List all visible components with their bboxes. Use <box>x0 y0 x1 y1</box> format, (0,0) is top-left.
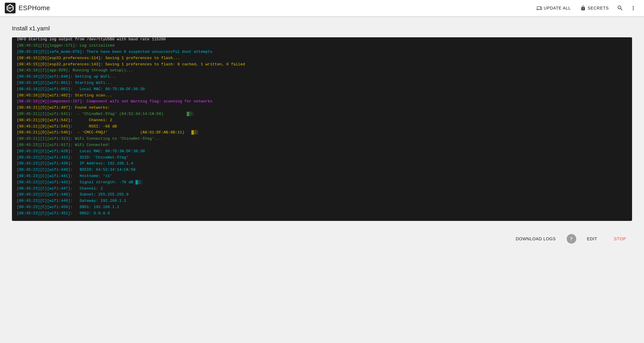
edit-button[interactable]: EDIT <box>581 234 603 244</box>
terminal-line: [08:45:23][C][wifi:451]: DNS2: 0.0.0.0 <box>17 210 627 217</box>
terminal-line: [08:45:16][C][wifi:062]: Local MAC: 80:7… <box>17 86 627 93</box>
more-options-button[interactable] <box>627 2 639 14</box>
update-all-button[interactable]: UPDATE ALL <box>532 4 575 13</box>
terminal-line: [08:45:23][C][wifi:443]: Signal strength… <box>17 179 627 186</box>
terminal-scroll[interactable]: Leaving...Hard resetting via RTS pin...I… <box>12 37 632 221</box>
terminal-line: INFO Starting log output from /dev/ttyUS… <box>17 37 627 43</box>
main-content: Install x1.yaml Leaving...Hard resetting… <box>0 16 644 230</box>
search-button[interactable] <box>614 2 626 14</box>
terminal-container: Leaving...Hard resetting via RTS pin...I… <box>12 37 632 221</box>
terminal-line: [08:45:21][D][wifi:542]: Channel: 2 <box>17 117 627 124</box>
terminal-line: [08:45:21][D][wifi:546]: - 'CMCC-PHQJ' (… <box>17 130 627 136</box>
lock-icon <box>580 5 586 11</box>
terminal-line: [08:45:23][C][wifi:450]: DNS1: 192.168.1… <box>17 204 627 210</box>
bottom-bar: DOWNLOAD LOGS ? EDIT STOP <box>0 230 644 248</box>
download-logs-button[interactable]: DOWNLOAD LOGS <box>510 234 562 244</box>
update-all-label: UPDATE ALL <box>544 6 571 10</box>
terminal-line: [08:45:23][C][wifi:433]: SSID: 'ChinaNet… <box>17 155 627 161</box>
terminal-line: [08:45:15][C][safe_mode:079]: There have… <box>17 49 627 55</box>
terminal-line: [08:45:15][I][logger:171]: Log initializ… <box>17 43 627 49</box>
topnav-actions: UPDATE ALL SECRETS <box>532 2 639 14</box>
terminal-line: [08:45:23][C][wifi:436]: IP Address: 192… <box>17 161 627 167</box>
terminal-line: [08:45:23][C][wifi:428]: Local MAC: 80:7… <box>17 148 627 155</box>
help-button[interactable]: ? <box>567 234 576 244</box>
terminal-line: [08:45:15][D][esp32.preferences:143]: Sa… <box>17 61 627 68</box>
logo[interactable]: ESPHome <box>5 3 50 13</box>
stop-button[interactable]: STOP <box>608 234 632 244</box>
terminal-line: [08:45:23][C][wifi:449]: Gateway: 192.16… <box>17 198 627 204</box>
terminal-line: [08:45:21][D][wifi:497]: Found networks: <box>17 105 627 111</box>
dialog-title: Install x1.yaml <box>12 25 632 32</box>
terminal-line: [08:45:16][W][component:157]: Component … <box>17 99 627 105</box>
terminal-line: [08:45:23][I][wifi:617]: WiFi Connected! <box>17 142 627 148</box>
esphome-logo-icon <box>5 3 16 13</box>
terminal-line: [08:45:21][I][wifi:313]: WiFi Connecting… <box>17 136 627 142</box>
terminal-line: [08:45:23][C][wifi:447]: Channel: 2 <box>17 186 627 192</box>
search-icon <box>617 5 623 11</box>
terminal-line: [08:45:21][D][wifi:543]: RSSI: -68 dB <box>17 124 627 130</box>
terminal-line: [08:45:21][I][wifi:541]: - 'ChinaNet-5Ya… <box>17 111 627 117</box>
terminal-line: [08:45:16][I][app:029]: Running through … <box>17 67 627 74</box>
terminal-line: [08:45:23][C][wifi:441]: Hostname: 'x1' <box>17 173 627 179</box>
app-title: ESPHome <box>19 4 50 12</box>
secrets-button[interactable]: SECRETS <box>576 4 613 13</box>
devices-icon <box>537 5 542 11</box>
terminal-line: [08:45:23][C][wifi:440]: BSSID: 64:52:34… <box>17 167 627 173</box>
terminal-line: [08:45:23][C][wifi:448]: Subnet: 255.255… <box>17 192 627 198</box>
secrets-label: SECRETS <box>588 6 609 10</box>
topnav: ESPHome UPDATE ALL SECRETS <box>0 0 644 16</box>
terminal-line: [08:45:16][C][wifi:061]: Starting WiFi..… <box>17 80 627 86</box>
more-vert-icon <box>630 5 637 11</box>
terminal-line: [08:45:16][C][wifi:048]: Setting up WiFi… <box>17 74 627 80</box>
terminal-line: [08:45:15][D][esp32.preferences:114]: Sa… <box>17 55 627 61</box>
terminal-line: [08:45:16][D][wifi:482]: Starting scan..… <box>17 93 627 99</box>
